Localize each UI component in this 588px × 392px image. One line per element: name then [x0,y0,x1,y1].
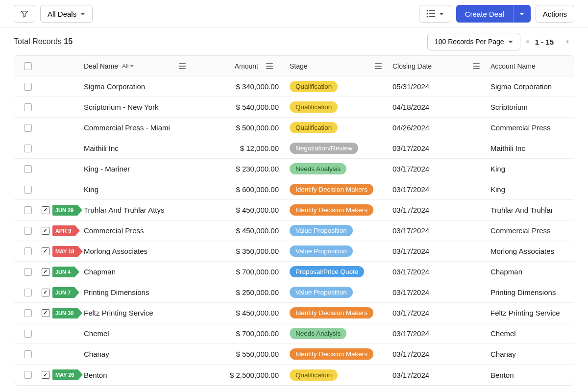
cell-deal-name[interactable]: Maithili Inc [84,144,192,152]
header-closing-date[interactable]: Closing Date [392,62,432,70]
cell-account-name[interactable]: Feltz Printing Service [486,309,574,317]
cell-account-name[interactable]: Maithili Inc [486,144,574,152]
table-row[interactable]: King - Mariner$ 230,000.00Needs Analysis… [14,159,574,179]
cell-deal-name[interactable]: Chapman [84,268,192,276]
cell-account-name[interactable]: King [486,165,574,173]
stage-pill[interactable]: Qualification [290,369,338,381]
cell-account-name[interactable]: King [486,185,574,194]
header-stage[interactable]: Stage [290,62,308,70]
prev-page-button[interactable] [560,34,574,49]
cell-deal-name[interactable]: Commercial Press [84,226,192,235]
row-checkbox[interactable] [24,247,32,255]
stage-pill[interactable]: Value Proposition [290,225,353,236]
task-check-icon[interactable] [42,206,49,214]
cell-deal-name[interactable]: Truhlar And Truhlar Attys [84,206,192,214]
table-row[interactable]: MAY 18Morlong Associates$ 350,000.00Valu… [14,241,574,262]
stage-pill[interactable]: Identify Decision Makers [290,307,373,318]
row-checkbox[interactable] [24,186,32,194]
cell-deal-name[interactable]: Chemel [84,329,192,338]
table-row[interactable]: JUN 7Printing Dimensions$ 250,000.00Valu… [14,282,574,303]
cell-deal-name[interactable]: Sigma Corporation [84,82,192,91]
stage-pill[interactable]: Qualification [290,101,338,113]
stage-pill[interactable]: Negotiation/Review [290,143,358,154]
row-checkbox[interactable] [24,165,32,173]
row-checkbox[interactable] [24,103,32,111]
table-row[interactable]: Commercial Press - Miami$ 500,000.00Qual… [14,118,574,138]
table-row[interactable]: JUN 30Feltz Printing Service$ 450,000.00… [14,303,574,323]
table-row[interactable]: APR 9Commercial Press$ 450,000.00Value P… [14,220,574,241]
table-row[interactable]: Chemel$ 700,000.00Needs Analysis03/17/20… [14,323,574,344]
deal-name-filter[interactable]: All [122,63,134,70]
row-checkbox[interactable] [24,227,32,235]
stage-pill[interactable]: Identify Decision Makers [290,184,373,195]
cell-account-name[interactable]: Printing Dimensions [486,288,574,296]
table-row[interactable]: MAY 26Benton$ 2,500,000.00Qualification0… [14,365,574,385]
actions-dropdown[interactable]: Actions [536,5,574,23]
stage-pill[interactable]: Qualification [290,81,338,92]
row-checkbox[interactable] [24,309,32,317]
row-checkbox[interactable] [24,124,32,132]
cell-deal-name[interactable]: Scriptorium - New York [84,103,192,111]
row-checkbox[interactable] [24,206,32,214]
cell-deal-name[interactable]: Morlong Associates [84,247,192,255]
row-checkbox[interactable] [24,83,32,91]
stage-pill[interactable]: Identify Decision Makers [290,348,373,360]
cell-account-name[interactable]: Commercial Press [486,123,574,132]
cell-deal-name[interactable]: Commercial Press - Miami [84,123,192,132]
header-account-name[interactable]: Account Name [490,62,536,70]
cell-account-name[interactable]: Truhlar And Truhlar [486,206,574,214]
cell-account-name[interactable]: Chemel [486,329,574,338]
header-amount[interactable]: Amount [235,62,258,70]
row-checkbox[interactable] [24,350,32,358]
stage-pill[interactable]: Needs Analysis [290,163,346,174]
task-check-icon[interactable] [42,227,49,235]
table-row[interactable]: JUN 29Truhlar And Truhlar Attys$ 450,000… [14,200,574,220]
task-check-icon[interactable] [42,371,49,379]
cell-account-name[interactable]: Chapman [486,268,574,276]
cell-account-name[interactable]: Sigma Corporation [486,82,574,91]
table-row[interactable]: King$ 600,000.00Identify Decision Makers… [14,179,574,200]
row-checkbox[interactable] [24,371,32,379]
stage-pill[interactable]: Needs Analysis [290,328,346,339]
cell-deal-name[interactable]: King - Mariner [84,165,192,173]
cell-account-name[interactable]: Scriptorium [486,103,574,111]
filter-icon-button[interactable] [14,5,35,23]
task-check-icon[interactable] [42,309,49,317]
column-menu-icon[interactable] [179,63,186,69]
view-dropdown[interactable]: All Deals [40,5,93,23]
row-checkbox[interactable] [24,145,32,152]
cell-account-name[interactable]: Morlong Associates [486,247,574,255]
table-row[interactable]: Sigma Corporation$ 340,000.00Qualificati… [14,76,574,97]
cell-deal-name[interactable]: Printing Dimensions [84,288,192,296]
task-check-icon[interactable] [42,289,49,296]
header-deal-name[interactable]: Deal Name [84,62,118,70]
stage-pill[interactable]: Proposal/Price Quote [290,266,364,277]
row-checkbox[interactable] [24,330,32,338]
cell-deal-name[interactable]: Benton [84,371,192,379]
cell-account-name[interactable]: Commercial Press [486,226,574,235]
column-menu-icon[interactable] [266,63,273,69]
create-deal-button[interactable]: Create Deal [456,5,513,23]
row-checkbox[interactable] [24,289,32,296]
column-menu-icon[interactable] [473,63,480,69]
table-row[interactable]: Maithili Inc$ 12,000.00Negotiation/Revie… [14,138,574,159]
stage-pill[interactable]: Value Proposition [290,245,353,257]
column-menu-icon[interactable] [375,63,382,69]
task-check-icon[interactable] [42,247,49,255]
stage-pill[interactable]: Identify Decision Makers [290,204,373,216]
select-all-checkbox[interactable] [24,62,32,70]
cell-deal-name[interactable]: King [84,185,192,194]
cell-deal-name[interactable]: Chanay [84,350,192,358]
row-checkbox[interactable] [24,268,32,276]
stage-pill[interactable]: Value Proposition [290,287,353,298]
table-row[interactable]: Chanay$ 550,000.00Identify Decision Make… [14,344,574,365]
stage-pill[interactable]: Qualification [290,122,338,133]
per-page-dropdown[interactable]: 100 Records Per Page [427,33,520,50]
list-view-dropdown[interactable] [419,5,451,23]
create-deal-caret[interactable] [513,5,531,23]
task-check-icon[interactable] [42,268,49,276]
table-row[interactable]: Scriptorium - New York$ 540,000.00Qualif… [14,97,574,118]
table-row[interactable]: JUN 4Chapman$ 700,000.00Proposal/Price Q… [14,262,574,282]
cell-deal-name[interactable]: Feltz Printing Service [84,309,192,317]
cell-account-name[interactable]: Benton [486,371,574,379]
